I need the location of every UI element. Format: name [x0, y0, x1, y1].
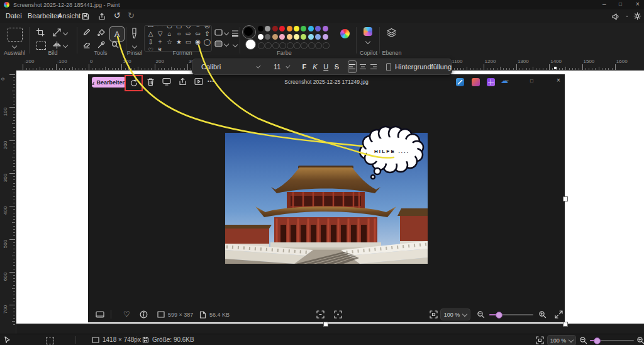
palette-empty-slot[interactable] — [301, 42, 308, 49]
palette-empty-slot[interactable] — [315, 42, 322, 49]
size-chevron-icon[interactable] — [286, 64, 291, 68]
open-with-paint-icon[interactable] — [456, 78, 464, 86]
inner-maximize-button[interactable]: □ — [530, 78, 533, 84]
close-button[interactable]: × — [636, 1, 640, 8]
actual-size-icon[interactable] — [334, 310, 342, 319]
outline-chevron-icon[interactable] — [224, 30, 229, 35]
shape-option-icon[interactable]: ⇩ — [146, 38, 155, 46]
shape-option-icon[interactable]: ⇧ — [203, 30, 212, 38]
shape-option-icon[interactable]: ◡ — [165, 25, 174, 30]
shape-option-icon[interactable]: ▭ — [146, 25, 155, 30]
zoom-in-icon[interactable] — [538, 310, 547, 319]
canvas-resize-handle-bottom[interactable] — [323, 322, 328, 327]
align-left-button[interactable] — [348, 60, 357, 73]
palette-color-swatch[interactable] — [301, 26, 306, 31]
resize-chevron-icon[interactable] — [63, 30, 68, 35]
shapes-grid[interactable]: ▭◠◡▢◇○◎△▽⌂○⇨⇦⇧⇩+☆★▭◉◯♡↯ — [144, 25, 212, 52]
fit-to-window-icon[interactable] — [316, 310, 325, 319]
palette-color-swatch[interactable] — [265, 26, 270, 31]
palette-color-swatch[interactable] — [287, 26, 292, 31]
palette-empty-slot[interactable] — [279, 42, 286, 49]
shape-option-icon[interactable]: ↯ — [155, 47, 165, 52]
redo-icon[interactable]: ↻ — [128, 11, 135, 20]
palette-empty-slot[interactable] — [308, 42, 315, 49]
pencil-icon[interactable] — [83, 28, 91, 36]
shape-option-icon[interactable]: ◎ — [203, 25, 212, 30]
zoom-out-icon[interactable] — [477, 310, 485, 319]
shape-option-icon[interactable]: ⇨ — [184, 30, 193, 38]
inner-minimize-button[interactable]: – — [505, 77, 509, 84]
palette-color-swatch[interactable] — [308, 34, 314, 40]
fit-screen-icon[interactable] — [430, 310, 438, 319]
crop-icon[interactable] — [36, 28, 45, 37]
background-fill-checkbox[interactable] — [386, 63, 391, 71]
stroke-chevron-icon[interactable] — [233, 42, 238, 47]
strikethrough-button[interactable]: S — [333, 63, 340, 71]
brush-chevron-icon[interactable] — [132, 43, 137, 48]
palette-empty-slot[interactable] — [287, 42, 294, 49]
edit-colors-wheel-icon[interactable] — [340, 29, 350, 38]
palette-color-swatch[interactable] — [279, 34, 285, 40]
resize-icon[interactable] — [53, 28, 61, 37]
palette-color-swatch[interactable] — [294, 34, 299, 40]
zoom-dropdown[interactable]: 100 % — [547, 335, 576, 345]
copilot-chevron-icon[interactable] — [365, 39, 370, 44]
shape-option-icon[interactable]: ◉ — [193, 38, 203, 46]
eyedropper-icon[interactable] — [97, 41, 105, 48]
shape-option-icon[interactable]: ★ — [174, 38, 184, 46]
shape-fill-icon[interactable] — [214, 40, 223, 47]
shape-option-icon[interactable]: ⌂ — [165, 30, 174, 38]
shape-option-icon[interactable]: ○ — [193, 25, 203, 30]
font-family-dropdown[interactable]: Calibri — [201, 63, 221, 71]
marquee-icon[interactable] — [36, 42, 46, 50]
shape-option-icon[interactable]: ◯ — [203, 38, 212, 46]
photos-zoom-dropdown[interactable]: 100 % — [440, 308, 470, 320]
info-icon[interactable] — [140, 310, 148, 319]
font-chevron-icon[interactable] — [257, 64, 261, 68]
palette-color-swatch[interactable] — [294, 26, 299, 31]
magnifier-icon[interactable] — [111, 41, 119, 48]
palette-color-swatch[interactable] — [272, 26, 278, 31]
canvas-resize-handle-corner[interactable] — [563, 322, 568, 327]
stroke-width-icon[interactable] — [231, 30, 239, 37]
fit-screen-icon[interactable] — [536, 336, 544, 344]
undo-icon[interactable]: ↺ — [114, 11, 121, 20]
underline-button[interactable]: U — [323, 63, 330, 71]
palette-color-swatch[interactable] — [315, 26, 321, 31]
align-center-button[interactable] — [359, 61, 367, 72]
fill-bucket-icon[interactable] — [97, 28, 105, 36]
photos-zoom-slider-thumb[interactable] — [496, 312, 502, 319]
brush-icon[interactable] — [130, 28, 138, 40]
filmstrip-toggle-icon[interactable] — [96, 311, 104, 319]
open-with-designer-icon[interactable] — [487, 78, 495, 86]
shape-outline-icon[interactable] — [214, 29, 223, 36]
palette-color-swatch[interactable] — [258, 26, 264, 31]
shape-option-icon[interactable]: ◠ — [155, 25, 165, 30]
palette-color-swatch[interactable] — [323, 34, 328, 40]
palette-empty-slot[interactable] — [323, 42, 330, 49]
edited-screenshot-image[interactable]: Bearbeiten ••• Screenshot 2025-12-25 171… — [88, 74, 565, 322]
shape-option-icon[interactable]: ◇ — [184, 25, 193, 30]
palette-color-swatch[interactable] — [265, 34, 270, 40]
menu-datei[interactable]: Datei — [6, 12, 22, 20]
copilot-icon[interactable] — [364, 27, 372, 36]
palette-empty-slot[interactable] — [258, 42, 265, 49]
shape-option-icon[interactable]: △ — [146, 30, 155, 38]
canvas-resize-handle-right[interactable] — [563, 196, 568, 201]
export-icon[interactable] — [98, 13, 106, 20]
palette-color-swatch[interactable] — [272, 34, 278, 40]
flip-rotate-icon[interactable] — [53, 41, 61, 49]
palette-empty-slot[interactable] — [265, 42, 272, 49]
palette-color-swatch[interactable] — [287, 34, 292, 40]
shape-option-icon[interactable]: ▢ — [174, 25, 184, 30]
font-size-dropdown[interactable]: 11 — [274, 63, 280, 71]
zoom-in-icon[interactable] — [636, 336, 644, 344]
palette-color-swatch[interactable] — [279, 26, 285, 31]
shape-option-icon[interactable]: ☆ — [165, 38, 174, 46]
selection-tool-icon[interactable] — [8, 28, 23, 42]
fullscreen-expand-icon[interactable] — [555, 310, 563, 319]
layers-icon[interactable] — [386, 28, 397, 38]
palette-empty-slot[interactable] — [294, 42, 301, 49]
shape-option-icon[interactable]: ▽ — [155, 30, 165, 38]
text-tool-button[interactable]: A — [109, 26, 125, 42]
